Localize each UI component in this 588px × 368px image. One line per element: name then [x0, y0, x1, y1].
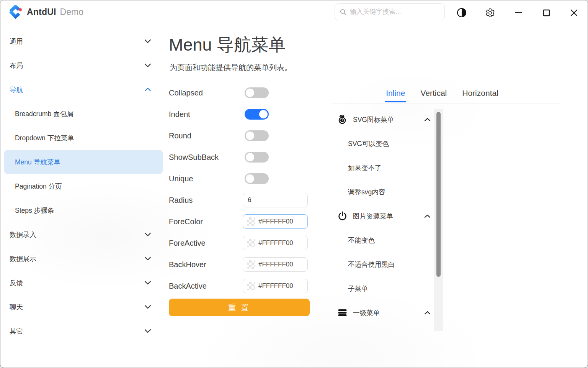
- sidebar-group-feedback[interactable]: 反馈: [4, 271, 163, 295]
- chevron-down-icon: [144, 329, 151, 333]
- forecolor-input[interactable]: [258, 218, 304, 225]
- maximize-button[interactable]: [540, 7, 552, 19]
- demo-menu-group-top[interactable]: 一级菜单: [337, 301, 433, 325]
- close-button[interactable]: [568, 7, 580, 19]
- chevron-up-icon: [144, 87, 151, 92]
- tab-inline[interactable]: Inline: [385, 88, 406, 102]
- transparency-swatch: [247, 239, 255, 247]
- toggle-knob: [246, 89, 254, 97]
- field-label: ForeActive: [169, 239, 206, 248]
- config-row-radius: Radius: [169, 189, 310, 211]
- sidebar-item-label: Menu 导航菜单: [15, 158, 151, 167]
- close-icon: [570, 9, 578, 17]
- sidebar-item-label: Pagination 分页: [15, 182, 151, 191]
- sidebar-group-data-entry[interactable]: 数据录入: [4, 222, 163, 246]
- sidebar-group-chat[interactable]: 聊天: [4, 295, 163, 319]
- sidebar-group-label: 其它: [10, 327, 144, 336]
- field-label: ForeColor: [169, 217, 203, 226]
- backhover-input[interactable]: [258, 261, 304, 268]
- demo-menu-item-label: 不适合使用黑白: [348, 260, 395, 269]
- minimize-icon: [515, 12, 522, 13]
- demo-menu-group-svg[interactable]: SVG图标菜单: [337, 107, 433, 131]
- sidebar-group-label: 导航: [10, 85, 144, 94]
- demo-menu-item[interactable]: 子菜单: [337, 276, 433, 301]
- sidebar-item-menu[interactable]: Menu 导航菜单: [4, 150, 163, 174]
- demo-menu-group-label: SVG图标菜单: [353, 115, 394, 124]
- demo-menu-group-label: 图片资源菜单: [353, 212, 393, 221]
- chevron-down-icon: [144, 256, 151, 261]
- sidebar-group-label: 通用: [10, 37, 144, 46]
- sidebar-nav: 通用 布局 导航 Breadcrumb 面包屑 Dropdown 下拉菜单 Me…: [4, 29, 163, 343]
- demo-menu-item[interactable]: SVG可以变色: [337, 131, 433, 156]
- foreactive-input[interactable]: [258, 239, 304, 247]
- app-window: AntdUI Demo: [0, 0, 588, 368]
- demo-menu-item-label: 子菜单: [348, 284, 368, 293]
- demo-menu-group-image[interactable]: 图片资源菜单: [337, 204, 433, 228]
- sidebar-item-label: Dropdown 下拉菜单: [15, 133, 151, 143]
- round-toggle[interactable]: [245, 130, 269, 141]
- transparency-swatch: [247, 260, 255, 269]
- chevron-down-icon: [144, 281, 151, 285]
- demo-menu-item[interactable]: 不能变色: [337, 228, 433, 252]
- power-icon: [337, 211, 348, 221]
- chevron-up-icon: [424, 214, 431, 218]
- field-label: Radius: [169, 196, 193, 205]
- tabs-divider: [332, 104, 560, 104]
- sidebar-group-label: 布局: [10, 61, 144, 70]
- theme-toggle-button[interactable]: [456, 7, 468, 19]
- sidebar-item-label: Breadcrumb 面包屑: [15, 109, 151, 118]
- sidebar-group-other[interactable]: 其它: [4, 319, 163, 343]
- demo-menu-item[interactable]: 如果变不了: [337, 156, 433, 180]
- toggle-label: Collapsed: [169, 89, 203, 97]
- app-subtitle: Demo: [60, 7, 83, 17]
- sidebar-group-navigation[interactable]: 导航: [4, 77, 163, 102]
- demo-menu-item-label: SVG可以变色: [348, 139, 389, 148]
- chevron-down-icon: [144, 232, 151, 237]
- config-row-round: Round: [169, 125, 310, 146]
- chevron-up-icon: [424, 311, 431, 315]
- search-icon: [340, 8, 346, 15]
- field-label: BackActive: [169, 282, 207, 291]
- demo-scrollbar-track[interactable]: [434, 109, 443, 331]
- sidebar-group-general[interactable]: 通用: [4, 29, 163, 53]
- sidebar-item-pagination[interactable]: Pagination 分页: [4, 174, 163, 198]
- page-description: 为页面和功能提供导航的菜单列表。: [170, 62, 292, 73]
- sidebar-group-data-display[interactable]: 数据展示: [4, 246, 163, 271]
- demo-scrollbar-thumb[interactable]: [436, 112, 441, 277]
- reset-button[interactable]: 重 置: [169, 299, 310, 316]
- minimize-button[interactable]: [512, 7, 524, 19]
- search-input[interactable]: [349, 8, 440, 16]
- showsubback-toggle[interactable]: [245, 152, 269, 163]
- config-row-indent: Indent: [169, 104, 310, 125]
- demo-menu-item-label: 不能变色: [348, 236, 375, 245]
- demo-menu-item-label: 调整svg内容: [348, 187, 385, 197]
- chevron-down-icon: [144, 39, 151, 43]
- page-title: Menu 导航菜单: [169, 33, 286, 56]
- tab-horizontal[interactable]: Horizontal: [461, 88, 499, 102]
- sidebar-item-label: Steps 步骤条: [15, 206, 151, 215]
- toggle-label: ShowSubBack: [169, 153, 219, 162]
- radius-input[interactable]: [248, 196, 304, 204]
- demo-menu-item[interactable]: 不适合使用黑白: [337, 252, 433, 276]
- indent-toggle[interactable]: [245, 109, 269, 120]
- demo-menu-item[interactable]: 调整svg内容: [337, 180, 433, 204]
- app-logo-icon: [8, 5, 22, 19]
- global-search[interactable]: [335, 3, 445, 20]
- tab-vertical[interactable]: Vertical: [420, 88, 448, 102]
- stopwatch-icon: [337, 114, 348, 125]
- unique-toggle[interactable]: [245, 173, 269, 184]
- sidebar-item-steps[interactable]: Steps 步骤条: [4, 198, 163, 222]
- backactive-input[interactable]: [258, 282, 304, 290]
- config-row-collapsed: Collapsed: [169, 82, 310, 104]
- demo-tabs: Inline Vertical Horizontal: [324, 88, 560, 102]
- title-bar: AntdUI Demo: [0, 0, 588, 25]
- demo-menu: SVG图标菜单 SVG可以变色 如果变不了 调整svg内容 图片资源菜单: [337, 107, 433, 325]
- sidebar-item-dropdown[interactable]: Dropdown 下拉菜单: [4, 126, 163, 150]
- config-row-showsubback: ShowSubBack: [169, 146, 310, 168]
- sidebar-group-label: 数据展示: [10, 254, 144, 263]
- toggle-label: Indent: [169, 110, 190, 119]
- collapsed-toggle[interactable]: [245, 87, 269, 98]
- sidebar-group-layout[interactable]: 布局: [4, 53, 163, 77]
- settings-button[interactable]: [484, 7, 496, 19]
- sidebar-item-breadcrumb[interactable]: Breadcrumb 面包屑: [4, 102, 163, 126]
